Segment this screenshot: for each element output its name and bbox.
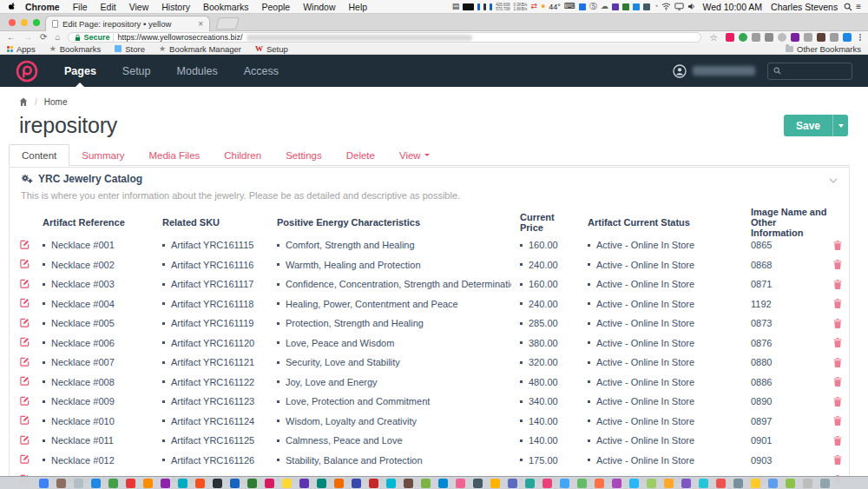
status-icon-1[interactable] bbox=[463, 3, 474, 10]
notification-center-icon[interactable]: ≡ bbox=[856, 2, 861, 11]
admin-search[interactable] bbox=[767, 63, 852, 80]
dock-app-icon-29[interactable] bbox=[542, 479, 552, 488]
dock-app-icon-30[interactable] bbox=[560, 479, 569, 488]
breadcrumb-home[interactable]: Home bbox=[44, 97, 68, 107]
status-icon-3[interactable] bbox=[483, 3, 486, 10]
zoom-window-button[interactable] bbox=[33, 19, 40, 26]
tab-settings[interactable]: Settings bbox=[273, 144, 334, 166]
extension-icon-9[interactable] bbox=[843, 33, 852, 42]
dock-app-icon-39[interactable] bbox=[716, 479, 726, 488]
dock-app-icon-40[interactable] bbox=[733, 479, 743, 488]
edit-icon[interactable] bbox=[20, 415, 43, 426]
status-icon-12[interactable]: Ⓢ bbox=[589, 3, 597, 10]
bookmark-bookmark-manager[interactable]: ★Bookmark Manager bbox=[159, 44, 241, 54]
address-bar[interactable]: Secure https://www.yellowrosecreations.b… bbox=[68, 32, 701, 43]
extension-icon-5[interactable] bbox=[791, 33, 799, 42]
bookmark-store[interactable]: Store bbox=[115, 44, 145, 54]
pagecloud-logo[interactable] bbox=[16, 60, 38, 83]
dock-app-icon-22[interactable] bbox=[421, 479, 431, 488]
status-icon-11[interactable] bbox=[579, 3, 586, 10]
chrome-menu-icon[interactable] bbox=[859, 34, 861, 41]
dock-app-icon-6[interactable] bbox=[143, 479, 153, 488]
dock-app-icon-4[interactable] bbox=[108, 479, 118, 488]
status-icon-0[interactable]: ▤ bbox=[452, 3, 460, 10]
status-icon-17[interactable] bbox=[643, 3, 650, 10]
dock-app-icon-43[interactable] bbox=[786, 479, 795, 488]
status-icon-16[interactable] bbox=[633, 3, 640, 10]
tab-content[interactable]: Content bbox=[9, 144, 69, 166]
menu-help[interactable]: Help bbox=[349, 2, 368, 12]
nav-item-pages[interactable]: Pages bbox=[52, 56, 108, 87]
extension-icon-8[interactable] bbox=[830, 33, 838, 42]
status-icon-4[interactable] bbox=[490, 3, 492, 10]
dock-app-icon-23[interactable] bbox=[438, 479, 448, 488]
dock-app-icon-1[interactable] bbox=[56, 479, 66, 488]
edit-icon[interactable] bbox=[20, 259, 43, 270]
trash-icon[interactable] bbox=[827, 377, 848, 387]
trash-icon[interactable] bbox=[827, 241, 848, 250]
wifi-icon[interactable] bbox=[661, 3, 671, 10]
dock-app-icon-12[interactable] bbox=[247, 479, 257, 488]
edit-icon[interactable] bbox=[20, 435, 43, 446]
admin-search-input[interactable] bbox=[786, 66, 846, 76]
trash-icon[interactable] bbox=[827, 319, 848, 328]
trash-icon[interactable] bbox=[827, 280, 848, 289]
edit-icon[interactable] bbox=[20, 337, 43, 348]
extension-icon-0[interactable] bbox=[726, 33, 734, 42]
dock-app-icon-19[interactable] bbox=[369, 479, 378, 488]
home-icon[interactable] bbox=[19, 97, 28, 107]
dock-app-icon-44[interactable] bbox=[803, 479, 812, 488]
secure-badge[interactable]: Secure bbox=[75, 33, 109, 42]
dock-app-icon-11[interactable] bbox=[230, 479, 240, 488]
save-button[interactable]: Save bbox=[784, 115, 832, 136]
menu-history[interactable]: History bbox=[161, 2, 190, 12]
dock-app-icon-17[interactable] bbox=[334, 479, 344, 488]
dock-app-icon-24[interactable] bbox=[456, 479, 465, 488]
bookmark-setup[interactable]: WSetup bbox=[255, 44, 288, 54]
dock-app-icon-45[interactable] bbox=[820, 479, 830, 488]
dock-app-icon-14[interactable] bbox=[282, 479, 292, 488]
trash-icon[interactable] bbox=[827, 260, 848, 269]
status-icon-2[interactable] bbox=[477, 3, 480, 10]
dock-app-icon-31[interactable] bbox=[577, 479, 587, 488]
section-header[interactable]: YRC Jewelry Catalog bbox=[10, 168, 849, 190]
volume-icon[interactable] bbox=[687, 3, 696, 10]
dock-app-icon-25[interactable] bbox=[473, 479, 483, 488]
trash-icon[interactable] bbox=[827, 436, 848, 446]
close-window-button[interactable] bbox=[9, 19, 16, 26]
tab-delete[interactable]: Delete bbox=[334, 144, 387, 166]
display-icon[interactable] bbox=[674, 3, 684, 10]
menu-chrome[interactable]: Chrome bbox=[25, 2, 60, 12]
browser-tab[interactable]: Edit Page: irepository • yellow × bbox=[45, 16, 210, 31]
home-button[interactable]: ⌂ bbox=[55, 33, 60, 42]
other-bookmarks[interactable]: Other Bookmarks bbox=[786, 44, 861, 54]
dock-app-icon-37[interactable] bbox=[681, 479, 691, 488]
dock-app-icon-0[interactable] bbox=[39, 479, 49, 488]
extension-icon-3[interactable] bbox=[765, 33, 773, 42]
extension-icon-2[interactable] bbox=[752, 33, 760, 42]
back-button[interactable]: ← bbox=[7, 33, 16, 42]
tab-summary[interactable]: Summary bbox=[69, 144, 136, 166]
bookmark-star-icon[interactable]: ☆ bbox=[709, 33, 718, 43]
edit-icon[interactable] bbox=[20, 279, 43, 290]
status-icon-7[interactable]: ⇄ bbox=[530, 3, 537, 10]
collapse-chevron-icon[interactable] bbox=[829, 171, 838, 187]
spotlight-search-icon[interactable] bbox=[844, 3, 852, 11]
status-icon-8[interactable]: ● bbox=[541, 3, 545, 10]
dock-app-icon-7[interactable] bbox=[161, 479, 170, 488]
bookmark-bookmarks[interactable]: ★Bookmarks bbox=[49, 44, 102, 54]
edit-icon[interactable] bbox=[20, 318, 43, 329]
dock-app-icon-3[interactable] bbox=[91, 479, 101, 488]
dock-app-icon-10[interactable] bbox=[213, 479, 222, 488]
dock-app-icon-32[interactable] bbox=[595, 479, 604, 488]
nav-item-setup[interactable]: Setup bbox=[110, 56, 163, 87]
dock-app-icon-27[interactable] bbox=[508, 479, 517, 488]
dock-app-icon-16[interactable] bbox=[317, 479, 326, 488]
edit-icon[interactable] bbox=[20, 376, 43, 387]
account-menu[interactable] bbox=[673, 64, 755, 78]
dock-app-icon-5[interactable] bbox=[126, 479, 135, 488]
tab-children[interactable]: Children bbox=[212, 144, 273, 166]
reload-button[interactable]: ⟳ bbox=[40, 33, 47, 42]
menu-bookmarks[interactable]: Bookmarks bbox=[203, 2, 249, 12]
edit-icon[interactable] bbox=[20, 396, 43, 407]
